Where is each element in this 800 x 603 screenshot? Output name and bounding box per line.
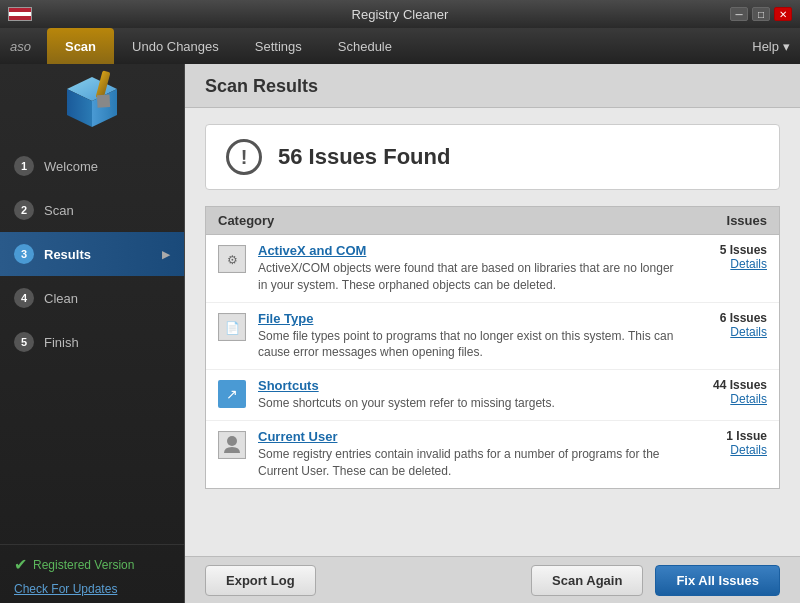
activex-icon: ⚙ (218, 245, 246, 273)
col-issues: Issues (727, 213, 767, 228)
row-content-filetype: File Type Some file types point to progr… (258, 311, 685, 362)
svg-point-12 (227, 436, 237, 446)
activex-desc: ActiveX/COM objects were found that are … (258, 260, 685, 294)
svg-text:📄: 📄 (225, 320, 240, 335)
sidebar-nav: 1 Welcome 2 Scan 3 Results ▶ 4 Clean 5 F… (0, 144, 184, 544)
shortcuts-title[interactable]: Shortcuts (258, 378, 685, 393)
app-logo-icon (57, 69, 127, 139)
content-header: Scan Results (185, 64, 800, 108)
menu-bar: aso Scan Undo Changes Settings Schedule … (0, 28, 800, 64)
window-title: Registry Cleaner (352, 7, 449, 22)
tab-undo-changes[interactable]: Undo Changes (114, 28, 237, 64)
filetype-icon: 📄 (218, 313, 246, 341)
col-category: Category (218, 213, 274, 228)
activex-title[interactable]: ActiveX and COM (258, 243, 685, 258)
shortcuts-details[interactable]: Details (697, 392, 767, 406)
title-bar-left (8, 7, 32, 21)
nav-label-results: Results (44, 247, 91, 262)
shortcuts-desc: Some shortcuts on your system refer to m… (258, 395, 685, 412)
svg-text:⚙: ⚙ (227, 253, 238, 267)
activex-count: 5 Issues (697, 243, 767, 257)
issues-banner: ! 56 Issues Found (205, 124, 780, 190)
scan-again-button[interactable]: Scan Again (531, 565, 643, 596)
nav-num-4: 4 (14, 288, 34, 308)
table-body: ⚙ ActiveX and COM ActiveX/COM objects we… (205, 235, 780, 489)
nav-num-1: 1 (14, 156, 34, 176)
nav-num-2: 2 (14, 200, 34, 220)
row-content-shortcuts: Shortcuts Some shortcuts on your system … (258, 378, 685, 412)
nav-label-welcome: Welcome (44, 159, 98, 174)
tab-schedule[interactable]: Schedule (320, 28, 410, 64)
currentuser-title[interactable]: Current User (258, 429, 685, 444)
fix-all-issues-button[interactable]: Fix All Issues (655, 565, 780, 596)
table-row: Current User Some registry entries conta… (206, 421, 779, 488)
sidebar-item-scan[interactable]: 2 Scan (0, 188, 184, 232)
shortcuts-icon: ↗ (218, 380, 246, 408)
sidebar: 1 Welcome 2 Scan 3 Results ▶ 4 Clean 5 F… (0, 64, 185, 603)
main-layout: 1 Welcome 2 Scan 3 Results ▶ 4 Clean 5 F… (0, 64, 800, 603)
minimize-button[interactable]: ─ (730, 7, 748, 21)
check-updates-link[interactable]: Check For Updates (14, 582, 170, 596)
check-circle-icon: ✔ (14, 555, 27, 574)
tab-settings[interactable]: Settings (237, 28, 320, 64)
export-log-button[interactable]: Export Log (205, 565, 316, 596)
title-bar-controls: ─ □ ✕ (730, 7, 792, 21)
filetype-count: 6 Issues (697, 311, 767, 325)
nav-label-clean: Clean (44, 291, 78, 306)
row-content-activex: ActiveX and COM ActiveX/COM objects were… (258, 243, 685, 294)
filetype-title[interactable]: File Type (258, 311, 685, 326)
currentuser-details[interactable]: Details (697, 443, 767, 457)
warning-icon: ! (226, 139, 262, 175)
page-title: Scan Results (205, 76, 780, 97)
currentuser-issues: 1 Issue Details (697, 429, 767, 457)
flag-icon (8, 7, 32, 21)
nav-label-finish: Finish (44, 335, 79, 350)
currentuser-icon (218, 431, 246, 459)
issues-count: 56 Issues Found (278, 144, 450, 170)
shortcuts-issues: 44 Issues Details (697, 378, 767, 406)
activex-issues: 5 Issues Details (697, 243, 767, 271)
filetype-details[interactable]: Details (697, 325, 767, 339)
table-row: 📄 File Type Some file types point to pro… (206, 303, 779, 371)
sidebar-item-clean[interactable]: 4 Clean (0, 276, 184, 320)
tab-scan[interactable]: Scan (47, 28, 114, 64)
sidebar-footer: ✔ Registered Version Check For Updates (0, 544, 184, 603)
shortcuts-count: 44 Issues (697, 378, 767, 392)
sidebar-item-finish[interactable]: 5 Finish (0, 320, 184, 364)
nav-arrow-icon: ▶ (162, 249, 170, 260)
sidebar-item-results[interactable]: 3 Results ▶ (0, 232, 184, 276)
sidebar-logo (0, 64, 184, 144)
table-row: ↗ Shortcuts Some shortcuts on your syste… (206, 370, 779, 421)
currentuser-desc: Some registry entries contain invalid pa… (258, 446, 685, 480)
filetype-issues: 6 Issues Details (697, 311, 767, 339)
close-button[interactable]: ✕ (774, 7, 792, 21)
sidebar-item-welcome[interactable]: 1 Welcome (0, 144, 184, 188)
help-dropdown-icon: ▾ (783, 39, 790, 54)
results-table: Category Issues ⚙ ActiveX and COM Active… (205, 206, 780, 489)
nav-num-5: 5 (14, 332, 34, 352)
maximize-button[interactable]: □ (752, 7, 770, 21)
registered-version-badge: ✔ Registered Version (14, 555, 170, 574)
filetype-desc: Some file types point to programs that n… (258, 328, 685, 362)
activex-details[interactable]: Details (697, 257, 767, 271)
brand-logo: aso (10, 39, 31, 54)
svg-text:↗: ↗ (226, 386, 238, 402)
title-bar: Registry Cleaner ─ □ ✕ (0, 0, 800, 28)
nav-label-scan: Scan (44, 203, 74, 218)
table-header: Category Issues (205, 206, 780, 235)
bottom-bar: Export Log Scan Again Fix All Issues (185, 556, 800, 603)
currentuser-count: 1 Issue (697, 429, 767, 443)
nav-num-3: 3 (14, 244, 34, 264)
table-row: ⚙ ActiveX and COM ActiveX/COM objects we… (206, 235, 779, 303)
help-menu[interactable]: Help ▾ (752, 39, 790, 54)
content-area: Scan Results ! 56 Issues Found Category … (185, 64, 800, 603)
row-content-currentuser: Current User Some registry entries conta… (258, 429, 685, 480)
